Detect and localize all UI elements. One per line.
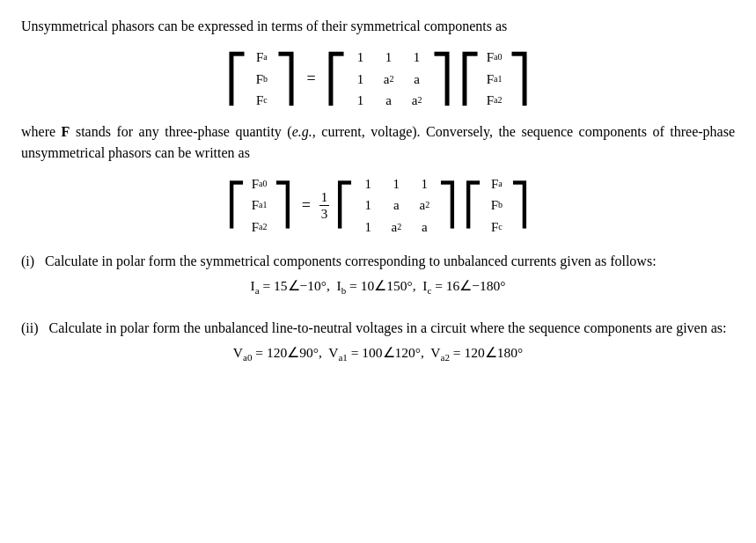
m2-2-2: a (386, 195, 406, 216)
m2-1-2: 1 (386, 174, 406, 194)
m-3-3: a2 (407, 91, 427, 111)
m-3-1: 1 (351, 91, 371, 111)
intro-paragraph: Unsymmetrical phasors can be expressed i… (21, 16, 735, 37)
part-i-block: (i) Calculate in polar form the symmetri… (21, 251, 735, 298)
part-ii-text: (ii) Calculate in polar form the unbalan… (21, 318, 735, 339)
where-text: where F stands for any three-phase quant… (21, 124, 735, 160)
rhs-matrix-grid: Fa0 Fa1 Fa2 (481, 46, 508, 113)
part-ii-equation: Va0 = 120∠90°, Va1 = 100∠120°, Va2 = 120… (21, 342, 735, 365)
one-third-fraction: 1 3 (319, 189, 330, 222)
m2-1-1: 1 (358, 174, 378, 194)
equals-2: = (298, 194, 314, 217)
cell-fa0: Fa0 (485, 48, 504, 68)
lhs-matrix-grid: Fa Fb Fc (248, 46, 275, 113)
m-1-3: 1 (407, 48, 427, 68)
cell-fa: Fa (252, 48, 271, 68)
rhs-vector-2: ⎡ Fa Fb Fc ⎤ (463, 172, 530, 239)
where-paragraph: where F stands for any three-phase quant… (21, 121, 735, 164)
bracket-left-1: ⎡ (225, 56, 248, 102)
bracket-left-5: ⎡ (334, 185, 355, 225)
lhs-vector: ⎡ Fa Fb Fc ⎤ (225, 46, 297, 113)
bracket-right-6: ⎤ (510, 185, 530, 225)
middle-matrix-grid: 1 1 1 1 a2 a 1 a a2 (348, 46, 430, 113)
part-i-equation: Ia = 15∠−10°, Ib = 10∠150°, Ic = 16∠−180… (21, 275, 735, 298)
cell-fa-2: Fa (487, 174, 506, 194)
m-3-2: a (379, 91, 399, 111)
middle-matrix-2: ⎡ 1 1 1 1 a a2 1 a2 a ⎤ (334, 172, 458, 239)
middle-matrix-grid-2: 1 1 1 1 a a2 1 a2 a (355, 172, 437, 239)
middle-matrix: ⎡ 1 1 1 1 a2 a 1 a a2 ⎤ (325, 46, 453, 113)
rhs-matrix-grid-2: Fa Fb Fc (483, 172, 510, 239)
fraction-numerator: 1 (319, 189, 330, 206)
m-2-1: 1 (351, 70, 371, 90)
m2-3-1: 1 (358, 217, 378, 238)
bracket-right-2: ⎤ (430, 56, 453, 102)
matrix-expr-2: ⎡ Fa0 Fa1 Fa2 ⎤ = 1 3 ⎡ 1 1 1 (226, 172, 531, 239)
matrix-equation-2: ⎡ Fa0 Fa1 Fa2 ⎤ = 1 3 ⎡ 1 1 1 (21, 172, 735, 239)
bracket-left-3: ⎡ (459, 56, 481, 102)
m2-1-3: 1 (415, 174, 434, 194)
bracket-right-4: ⎤ (273, 185, 293, 225)
m-1-1: 1 (351, 48, 371, 68)
part-i-description: Calculate in polar form the symmetrical … (45, 253, 656, 268)
main-content: Unsymmetrical phasors can be expressed i… (21, 16, 735, 364)
matrix-equation-1: ⎡ Fa Fb Fc ⎤ = ⎡ 1 1 1 1 a2 a (21, 46, 735, 113)
part-ii-block: (ii) Calculate in polar form the unbalan… (21, 318, 735, 365)
bracket-right-1: ⎤ (275, 56, 297, 102)
bracket-right-3: ⎤ (508, 56, 531, 102)
cell-fa0-2: Fa0 (250, 174, 269, 194)
m2-3-3: a (415, 217, 434, 238)
cell-fb: Fb (252, 70, 271, 90)
cell-fb-2: Fb (487, 195, 506, 216)
m2-2-3: a2 (415, 195, 434, 216)
lhs-vector-2: ⎡ Fa0 Fa1 Fa2 ⎤ (226, 172, 293, 239)
intro-text: Unsymmetrical phasors can be expressed i… (21, 18, 507, 33)
bracket-left-2: ⎡ (325, 56, 348, 102)
bracket-left-4: ⎡ (226, 185, 246, 225)
m-1-2: 1 (379, 48, 399, 68)
fraction-denominator: 3 (319, 206, 330, 222)
equals-1: = (303, 67, 319, 91)
rhs-vector: ⎡ Fa0 Fa1 Fa2 ⎤ (459, 46, 531, 113)
m2-2-1: 1 (358, 195, 378, 216)
bracket-left-6: ⎡ (463, 185, 483, 225)
part-i-label: (i) (21, 253, 41, 268)
m-2-3: a (407, 70, 427, 90)
cell-fa1-2: Fa1 (250, 195, 269, 216)
cell-fc-2: Fc (487, 217, 506, 238)
cell-fc: Fc (252, 91, 271, 111)
cell-fa1: Fa1 (485, 70, 504, 90)
cell-fa2: Fa2 (485, 91, 504, 111)
lhs-matrix-grid-2: Fa0 Fa1 Fa2 (246, 172, 273, 239)
matrix-expr-1: ⎡ Fa Fb Fc ⎤ = ⎡ 1 1 1 1 a2 a (225, 46, 530, 113)
m-2-2: a2 (379, 70, 399, 90)
m2-3-2: a2 (386, 217, 406, 238)
cell-fa2-2: Fa2 (250, 217, 269, 238)
part-i-text: (i) Calculate in polar form the symmetri… (21, 251, 735, 272)
part-ii-label: (ii) (21, 320, 46, 335)
part-ii-description: Calculate in polar form the unbalanced l… (49, 320, 727, 335)
bracket-right-5: ⎤ (437, 185, 458, 225)
